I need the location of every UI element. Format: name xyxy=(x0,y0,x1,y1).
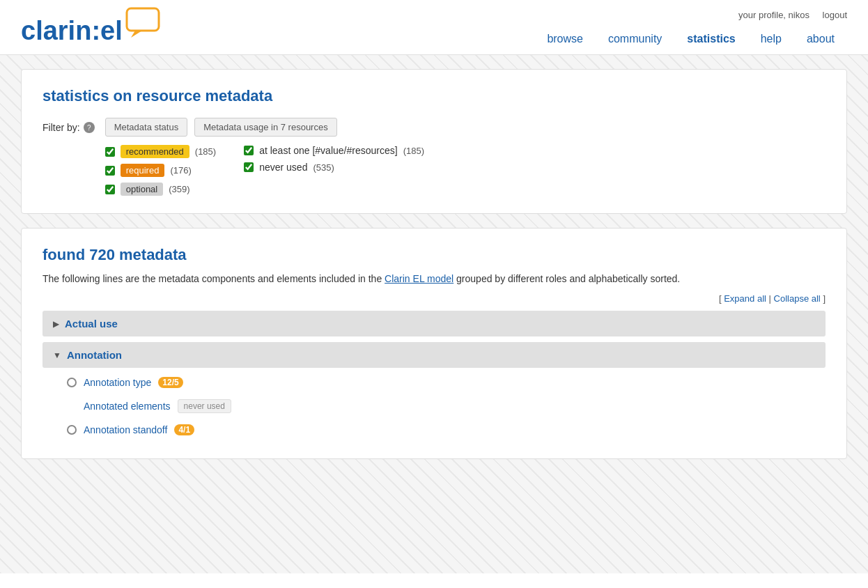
filter-label: Filter by: ? xyxy=(42,118,95,133)
stats-title: statistics on resource metadata xyxy=(42,87,826,105)
expand-separator: | xyxy=(769,293,774,304)
annotation-section-header[interactable]: ▼ Annotation xyxy=(42,342,826,368)
filter-boxes-column: Metadata status Metadata usage in 7 reso… xyxy=(105,118,424,196)
optional-checkbox[interactable] xyxy=(105,185,115,194)
header-right: your profile, nikos logout browse commun… xyxy=(534,10,847,52)
filter-label-text: Filter by: xyxy=(42,122,80,133)
filter-boxes: Metadata status Metadata usage in 7 reso… xyxy=(105,118,424,137)
expand-all-link[interactable]: Expand all xyxy=(724,293,766,304)
annotation-type-link[interactable]: Annotation type xyxy=(84,377,151,388)
annotation-standoff-radio xyxy=(67,425,77,435)
annotated-elements-link[interactable]: Annotated elements xyxy=(84,401,171,412)
main-nav: browse community statistics help about xyxy=(534,26,847,52)
results-card: found 720 metadata The following lines a… xyxy=(21,228,847,459)
never-used-checkbox[interactable] xyxy=(244,162,254,172)
annotation-items: Annotation type 12/5 Annotated elements … xyxy=(42,368,826,441)
required-count: (176) xyxy=(170,165,191,176)
optional-count: (359) xyxy=(169,184,189,194)
logout-link[interactable]: logout xyxy=(823,10,847,20)
info-icon[interactable]: ? xyxy=(84,122,95,133)
status-box[interactable]: Metadata status xyxy=(105,118,188,137)
found-desc-text: The following lines are the metadata com… xyxy=(42,273,382,284)
recommended-count: (185) xyxy=(195,146,216,157)
actual-use-title: Actual use xyxy=(65,318,118,330)
collapse-all-link[interactable]: Collapse all xyxy=(774,293,821,304)
nav-browse[interactable]: browse xyxy=(534,26,596,52)
actual-use-section-header[interactable]: ▶ Actual use xyxy=(42,311,826,336)
filter-columns: recommended (185) required (176) optiona… xyxy=(105,145,424,196)
annotation-type-radio xyxy=(67,378,77,387)
nav-about[interactable]: about xyxy=(794,26,847,52)
required-checkbox[interactable] xyxy=(105,166,115,176)
actual-use-chevron: ▶ xyxy=(53,319,59,329)
annotation-type-badge: 12/5 xyxy=(158,377,183,388)
nav-statistics[interactable]: statistics xyxy=(674,26,747,52)
page-background: statistics on resource metadata Filter b… xyxy=(0,55,868,573)
header: clarin:el your profile, nikos logout bro… xyxy=(0,0,868,55)
status-filter-col: recommended (185) required (176) optiona… xyxy=(105,145,216,196)
recommended-checkbox[interactable] xyxy=(105,147,115,157)
never-used-label: never used xyxy=(259,162,307,173)
found-title: found 720 metadata xyxy=(42,246,826,264)
filter-recommended: recommended (185) xyxy=(105,145,216,158)
svg-rect-0 xyxy=(127,8,159,31)
filter-required: required (176) xyxy=(105,164,216,177)
required-badge: required xyxy=(121,164,165,177)
annotation-chevron: ▼ xyxy=(53,350,61,360)
list-item: Annotated elements never used xyxy=(56,394,826,419)
list-item: Annotation type 12/5 xyxy=(56,371,826,394)
filter-card: statistics on resource metadata Filter b… xyxy=(21,69,847,214)
profile-link[interactable]: your profile, nikos xyxy=(738,10,809,20)
never-used-count: (535) xyxy=(313,162,334,173)
at-least-one-count: (185) xyxy=(403,146,424,156)
user-links: your profile, nikos logout xyxy=(728,10,847,20)
usage-box[interactable]: Metadata usage in 7 resources xyxy=(194,118,337,137)
expand-row: [ Expand all | Collapse all ] xyxy=(42,293,826,304)
filter-at-least-one: at least one [#value/#resources] (185) xyxy=(244,145,424,156)
speech-bubble-icon xyxy=(123,7,164,54)
annotation-standoff-badge: 4/1 xyxy=(174,424,194,435)
filter-optional: optional (359) xyxy=(105,183,216,196)
found-description: The following lines are the metadata com… xyxy=(42,271,826,286)
recommended-badge: recommended xyxy=(121,145,189,158)
optional-badge: optional xyxy=(121,183,164,196)
at-least-one-checkbox[interactable] xyxy=(244,146,254,155)
usage-filter-col: at least one [#value/#resources] (185) n… xyxy=(244,145,424,196)
clarin-el-model-link[interactable]: Clarin EL model xyxy=(385,273,454,284)
annotation-title: Annotation xyxy=(67,349,122,361)
expand-bracket-close: ] xyxy=(823,293,826,304)
at-least-one-label: at least one [#value/#resources] xyxy=(259,145,397,156)
filter-never-used: never used (535) xyxy=(244,162,424,173)
list-item: Annotation standoff 4/1 xyxy=(56,419,826,441)
logo-text: clarin:el xyxy=(21,16,123,46)
found-desc-text2: grouped by different roles and alphabeti… xyxy=(456,273,680,284)
nav-community[interactable]: community xyxy=(596,26,674,52)
annotated-elements-never-used: never used xyxy=(178,399,231,413)
filter-row: Filter by: ? Metadata status Metadata us… xyxy=(42,118,826,196)
annotation-standoff-link[interactable]: Annotation standoff xyxy=(84,424,167,435)
nav-help[interactable]: help xyxy=(748,26,794,52)
logo-area: clarin:el xyxy=(21,7,164,54)
